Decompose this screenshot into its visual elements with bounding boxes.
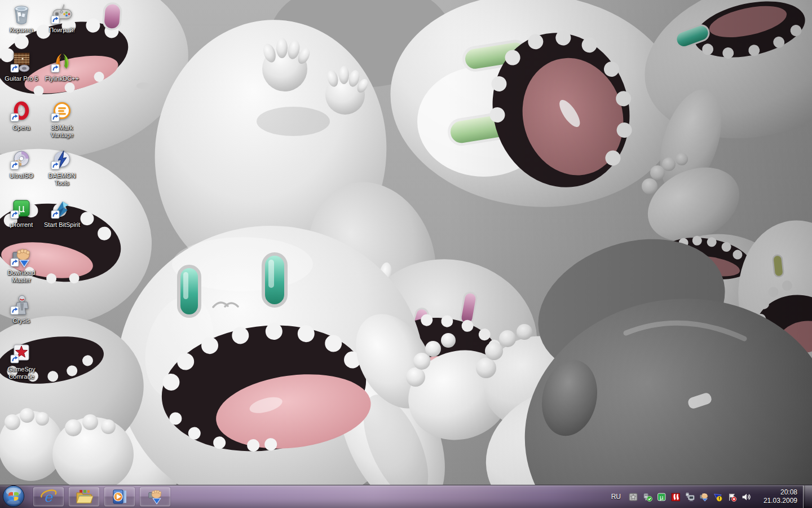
daemon-tools-icon bbox=[50, 148, 74, 171]
tray-icon-red-lightning[interactable] bbox=[671, 492, 681, 502]
desktop-icon-label: Поиграй! bbox=[41, 27, 83, 34]
show-desktop-button[interactable] bbox=[803, 485, 812, 508]
download-master-icon bbox=[147, 488, 164, 505]
desktop-icon-play-game[interactable]: Поиграй! bbox=[41, 3, 83, 34]
clock-time: 20:08 bbox=[758, 488, 797, 497]
desktop-icon-3dmark-vantage[interactable]: 3DMark Vantage bbox=[41, 100, 83, 139]
desktop-icon-label: Opera bbox=[0, 124, 43, 132]
recycle-bin-icon bbox=[10, 3, 33, 25]
desktop-icon-label: Корзина bbox=[0, 27, 43, 34]
desktop-icon-guitar-pro-5[interactable]: Guitar Pro 5 bbox=[0, 51, 43, 82]
tray-icon-gamespy-star[interactable] bbox=[629, 492, 638, 502]
taskbar-clock[interactable]: 20:08 21.03.2009 bbox=[758, 488, 797, 505]
tray-icon-network[interactable] bbox=[685, 492, 695, 502]
wallpaper-illustration bbox=[0, 0, 812, 485]
desktop-icon-start-bitspirit[interactable]: Start BitSpirit bbox=[41, 198, 83, 229]
desktop-icon-daemon-tools[interactable]: DAEMON Tools bbox=[41, 148, 83, 187]
taskbar: e bbox=[0, 485, 812, 508]
3dmark-icon bbox=[50, 100, 74, 123]
opera-icon bbox=[10, 100, 33, 123]
desktop-icon-label: Crysis bbox=[0, 317, 43, 325]
desktop-icon-utorrent[interactable]: µ µTorrent bbox=[0, 198, 43, 229]
taskbar-button-download-master[interactable] bbox=[140, 487, 170, 506]
desktop-icon-download-master[interactable]: Download Master bbox=[0, 246, 43, 284]
tray-icon-warning-funnel[interactable]: ! bbox=[713, 492, 723, 502]
desktop-icon-label: 3DMark Vantage bbox=[41, 124, 83, 139]
desktop-icon-label: Start BitSpirit bbox=[41, 221, 83, 229]
desktop-icon-recycle-bin[interactable]: Корзина bbox=[0, 3, 43, 34]
internet-explorer-icon: e bbox=[40, 488, 57, 505]
desktop-icon-label: Download Master bbox=[0, 269, 43, 284]
desktop-icon-label: µTorrent bbox=[0, 221, 43, 229]
gamespy-star-icon bbox=[10, 342, 33, 365]
taskbar-button-internet-explorer[interactable]: e bbox=[33, 487, 64, 506]
desktop-icon-gamespy-comrade[interactable]: GameSpy Comrade bbox=[0, 342, 43, 380]
media-player-icon bbox=[111, 488, 128, 505]
desktop-icon-ultraiso[interactable]: UltraISO bbox=[0, 148, 43, 179]
svg-text:µ: µ bbox=[18, 202, 25, 214]
start-button[interactable] bbox=[2, 484, 25, 508]
bitspirit-icon bbox=[50, 198, 74, 220]
svg-text:µ: µ bbox=[660, 493, 664, 501]
tray-icon-action-center-flag[interactable] bbox=[727, 492, 737, 502]
taskbar-button-media-player[interactable] bbox=[104, 487, 135, 506]
desktop-icon-label: UltraISO bbox=[0, 172, 43, 179]
tray-icon-volume[interactable] bbox=[742, 492, 751, 502]
tray-icon-download-master[interactable] bbox=[699, 492, 709, 502]
desktop-icon-flylinkdc[interactable]: FlylinkDC++ bbox=[41, 51, 83, 82]
crysis-icon bbox=[10, 294, 33, 316]
utorrent-icon: µ bbox=[10, 198, 33, 220]
desktop-icon-crysis[interactable]: Crysis bbox=[0, 294, 43, 325]
system-tray: RU µ bbox=[607, 485, 812, 508]
svg-text:!: ! bbox=[718, 496, 721, 501]
desktop-icon-label: Guitar Pro 5 bbox=[0, 75, 43, 82]
tray-icon-usb-safely-remove[interactable] bbox=[643, 492, 652, 502]
desktop-icon-label: GameSpy Comrade bbox=[0, 366, 43, 380]
desktop-icon-label: DAEMON Tools bbox=[41, 172, 83, 187]
ultraiso-disc-icon bbox=[10, 148, 33, 171]
taskbar-button-windows-explorer[interactable] bbox=[69, 487, 99, 506]
gamepad-icon bbox=[50, 3, 74, 25]
language-indicator[interactable]: RU bbox=[607, 492, 625, 502]
guitar-pro-icon bbox=[10, 51, 33, 74]
tray-icon-utorrent[interactable]: µ bbox=[657, 492, 667, 502]
desktop-icon-label: FlylinkDC++ bbox=[41, 75, 83, 82]
windows-orb-icon bbox=[2, 484, 25, 508]
folder-icon bbox=[75, 488, 93, 505]
desktop: Корзина Поиграй! bbox=[0, 0, 96, 485]
flylinkdc-wings-icon bbox=[50, 51, 74, 74]
clock-date: 21.03.2009 bbox=[758, 497, 797, 505]
desktop-icon-opera[interactable]: Opera bbox=[0, 100, 43, 132]
download-master-icon bbox=[10, 246, 33, 268]
